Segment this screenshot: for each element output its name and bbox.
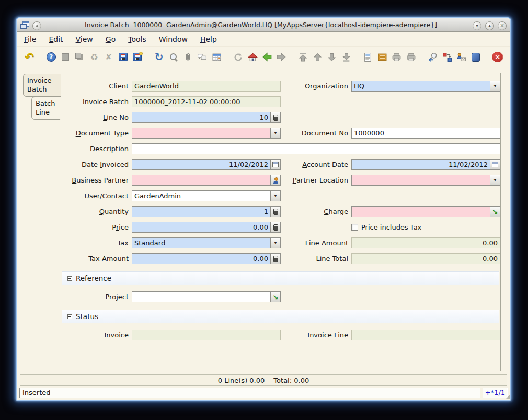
menu-item-edit[interactable]: Edit	[49, 35, 63, 43]
titlebar[interactable]: Invoice Batch 1000000 GardenAdmin@Garden…	[17, 18, 510, 32]
user-contact-field[interactable]: GardenAdmin	[132, 190, 271, 201]
back-button[interactable]	[261, 50, 274, 64]
menu-item-help[interactable]: Help	[200, 35, 217, 43]
forward-button[interactable]	[275, 50, 288, 64]
menu-item-file[interactable]: File	[24, 35, 36, 43]
price-includes-tax-checkbox[interactable]	[351, 224, 358, 231]
calculator-icon	[273, 209, 278, 215]
tax-amount-field[interactable]: 0.00	[132, 253, 271, 264]
quantity-calculator-button[interactable]	[271, 206, 281, 217]
save-button[interactable]	[117, 50, 130, 64]
quantity-field[interactable]: 1	[132, 206, 271, 217]
tax-field[interactable]: Standard	[132, 237, 271, 248]
find-button[interactable]	[167, 50, 180, 64]
tab-status-bar: 0 Line(s) 0.00 - Total: 0.00	[20, 374, 507, 386]
status-message: Inserted	[19, 388, 480, 398]
charge-zoom-button[interactable]	[490, 206, 500, 217]
resize-grip-icon[interactable]	[506, 395, 510, 399]
undo-button[interactable]: ↶	[23, 50, 36, 64]
price-label: Price	[61, 223, 132, 231]
project-zoom-button[interactable]	[271, 291, 281, 302]
collapse-icon[interactable]	[67, 276, 72, 281]
organization-field[interactable]: HQ	[351, 81, 490, 92]
line-no-field[interactable]: 10	[132, 112, 271, 123]
detail-grid-button[interactable]	[210, 50, 223, 64]
business-partner-search-button[interactable]	[271, 175, 281, 186]
previous-record-button[interactable]	[311, 50, 324, 64]
user-contact-dropdown-button[interactable]	[271, 190, 281, 201]
print-preview-button[interactable]	[391, 50, 404, 64]
document-type-dropdown-button[interactable]	[271, 128, 281, 139]
description-field[interactable]	[132, 143, 500, 154]
new-record-button[interactable]	[59, 50, 72, 64]
end-window-button[interactable]: ×	[491, 50, 504, 64]
delete-record-button[interactable]: ♻	[88, 50, 101, 64]
partner-location-label: Partner Location	[281, 176, 351, 184]
pin-button[interactable]	[32, 19, 41, 30]
menu-home-button[interactable]	[246, 50, 259, 64]
organization-dropdown-button[interactable]	[490, 81, 500, 92]
tab-batch-line[interactable]: Batch Line	[31, 97, 61, 120]
collapse-icon[interactable]	[67, 314, 72, 319]
save-create-new-button[interactable]	[131, 50, 144, 64]
report-button[interactable]	[362, 50, 375, 64]
tax-dropdown-button[interactable]	[271, 237, 281, 248]
next-record-button[interactable]	[326, 50, 339, 64]
menu-item-go[interactable]: Go	[106, 35, 116, 43]
menu-item-view[interactable]: View	[76, 35, 93, 43]
tab-strip: Invoice Batch Batch Line	[20, 73, 61, 371]
shade-button[interactable]: ▾	[473, 19, 481, 30]
price-calculator-button[interactable]	[271, 222, 281, 233]
zoom-across-button[interactable]	[427, 50, 440, 64]
date-invoiced-calendar-button[interactable]	[271, 159, 281, 170]
date-invoiced-field[interactable]: 11/02/2012	[132, 159, 271, 170]
help-button[interactable]: ?	[45, 50, 58, 64]
print-button[interactable]	[405, 50, 418, 64]
menu-bar: FileEditViewGoToolsWindowHelp	[17, 32, 510, 47]
document-type-field[interactable]	[132, 128, 271, 139]
line-no-label: Line No	[61, 113, 132, 121]
line-total-field: 0.00	[351, 253, 500, 264]
charge-field[interactable]	[351, 206, 490, 217]
partner-location-dropdown-button[interactable]	[490, 175, 500, 186]
archive-button[interactable]	[376, 50, 389, 64]
maximize-button[interactable]: ▴	[485, 19, 494, 30]
account-date-label: Account Date	[281, 161, 351, 168]
invoice-batch-field: 1000000_2012-11-02 00:00:00	[132, 96, 281, 107]
product-info-button[interactable]	[469, 50, 483, 64]
tab-invoice-batch[interactable]: Invoice Batch	[23, 74, 61, 97]
first-record-button[interactable]	[297, 50, 310, 64]
partner-location-field[interactable]	[351, 175, 490, 186]
account-date-field[interactable]: 11/02/2012	[351, 159, 490, 170]
titlebar-controls: ▾▴×	[465, 19, 507, 30]
tax-amount-calculator-button[interactable]	[271, 253, 281, 264]
menu-item-window[interactable]: Window	[159, 35, 188, 43]
window-menu-button[interactable]	[20, 20, 28, 30]
chat-button[interactable]	[196, 50, 209, 64]
business-partner-field[interactable]	[132, 175, 271, 186]
description-label: Description	[61, 145, 132, 153]
calendar-icon	[272, 162, 279, 167]
requery-button[interactable]: ↻	[153, 50, 166, 64]
invoice-line-label: Invoice Line	[281, 331, 351, 339]
line-no-calculator-button[interactable]	[271, 112, 281, 123]
menu-item-tools[interactable]: Tools	[128, 35, 146, 43]
price-field[interactable]: 0.00	[132, 222, 271, 233]
form-panel: Client GardenWorld Organization HQ Invoi…	[61, 73, 501, 371]
request-button[interactable]	[455, 50, 468, 64]
reference-section-header[interactable]: Reference	[62, 271, 499, 285]
charge-label: Charge	[281, 208, 351, 215]
last-record-button[interactable]	[340, 50, 353, 64]
close-button[interactable]: ×	[498, 19, 507, 30]
account-date-calendar-button[interactable]	[490, 159, 500, 170]
reference-section-title: Reference	[76, 274, 111, 282]
copy-record-button[interactable]	[74, 50, 87, 64]
attachment-button[interactable]	[181, 50, 194, 64]
project-field[interactable]	[132, 291, 271, 302]
invoice-batch-label: Invoice Batch	[61, 98, 132, 106]
workflow-button[interactable]	[441, 50, 454, 64]
status-section-header[interactable]: Status	[62, 310, 499, 323]
delete-selection-button[interactable]: ✘	[102, 50, 116, 64]
history-button[interactable]	[232, 50, 245, 64]
document-no-field[interactable]: 1000000	[351, 128, 500, 139]
